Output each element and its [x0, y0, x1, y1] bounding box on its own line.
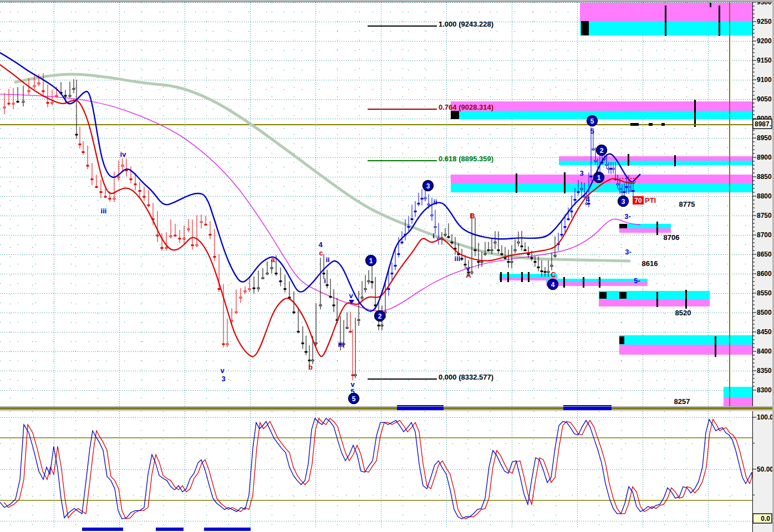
candle-body	[187, 229, 190, 230]
candle-body	[431, 215, 433, 216]
candle-body	[612, 168, 614, 170]
target-zone-band	[619, 345, 752, 355]
wave-label: i	[324, 277, 326, 285]
candle-body	[561, 234, 563, 236]
alert-dot-red	[625, 178, 626, 179]
candle-body	[3, 107, 6, 108]
chart-canvas[interactable]: 1.000 (9243.228)0.764 (9028.314)0.618 (8…	[0, 0, 774, 532]
candle-body	[531, 258, 533, 259]
candle-body	[605, 165, 608, 166]
alert-dot-green	[629, 181, 630, 182]
wave-label: 3	[221, 375, 225, 383]
zone-marker-square	[581, 21, 589, 35]
candle-body	[592, 149, 594, 150]
wave-label: A	[466, 271, 471, 279]
candle-body	[86, 165, 89, 166]
zone-time-tick	[694, 100, 696, 127]
wave-circle-number: 1	[369, 257, 373, 265]
axis-price-label: 8950	[757, 134, 772, 142]
alert-dot-green	[632, 181, 633, 182]
axis-price-label: 8450	[757, 328, 772, 336]
candle-body	[354, 375, 357, 376]
candle-body	[319, 305, 322, 306]
candle-body	[165, 247, 167, 248]
candle-body	[183, 238, 185, 239]
wave-label: 3	[579, 169, 583, 177]
candle-body	[293, 312, 295, 313]
candle-body	[444, 234, 446, 236]
candle-body	[73, 88, 75, 89]
wave-label: 3-	[625, 248, 632, 256]
candle-body	[544, 272, 546, 273]
axis-price-label: 8800	[757, 192, 772, 200]
wave-label: ii	[325, 255, 329, 264]
candle-body	[79, 144, 81, 145]
candle-body	[381, 325, 383, 326]
candle-body	[484, 254, 486, 255]
candle-body	[346, 328, 348, 329]
candle-body	[109, 198, 111, 200]
target-zone-band	[546, 279, 648, 282]
candle-body	[378, 325, 380, 326]
zone-time-tick	[564, 172, 566, 193]
candle-body	[308, 360, 310, 361]
candle-body	[617, 184, 619, 185]
candle-body	[275, 273, 277, 274]
osc-axis-label: 100.00	[757, 413, 774, 421]
axis-price-label: 8400	[757, 347, 772, 355]
candle-body	[388, 289, 390, 290]
candle-body	[130, 179, 132, 180]
candle-body	[371, 282, 373, 283]
candle-body	[417, 203, 420, 204]
alert-dot-red	[630, 178, 632, 179]
price-line-dash	[649, 123, 653, 126]
panel-splitter[interactable]	[0, 406, 774, 407]
wave-circle-number: 5	[352, 395, 356, 403]
target-zone-band	[451, 111, 752, 119]
fib-level-label: 1.000 (9243.228)	[439, 20, 493, 28]
wave-label: a	[271, 255, 275, 264]
candle-body	[213, 257, 216, 258]
candle-body	[174, 235, 176, 236]
candle-body	[491, 250, 493, 251]
candle-body	[323, 273, 325, 274]
zone-marker-square	[599, 292, 607, 299]
candle-body	[580, 188, 583, 190]
candle-body	[147, 204, 150, 206]
candle-body	[358, 320, 360, 321]
alert-dot-red	[633, 178, 634, 179]
wave-label: C	[551, 270, 556, 279]
target-zone-band	[599, 299, 710, 306]
candle-body	[17, 101, 19, 103]
target-zone-band	[451, 184, 752, 192]
zone-time-tick	[674, 155, 676, 166]
price-axis[interactable]: 9300925092009150910090509000895089008850…	[752, 0, 774, 532]
candle-body	[567, 219, 569, 220]
candle-body	[352, 375, 354, 376]
candle-body	[494, 242, 496, 243]
candle-body	[507, 262, 510, 263]
wave-label: b	[308, 363, 313, 371]
candle-body	[497, 250, 500, 251]
candle-body	[248, 289, 251, 290]
target-zone-band	[619, 228, 671, 233]
wave-label: iii	[101, 207, 107, 215]
price-line-dash	[630, 123, 639, 126]
zone-marker-square	[619, 336, 624, 344]
axis-price-label: 8850	[757, 173, 772, 181]
pti-value: 70	[634, 197, 642, 204]
wave-label: iv	[120, 150, 127, 158]
candle-body	[82, 152, 84, 153]
candle-body	[361, 297, 363, 298]
candle-body	[628, 187, 630, 188]
candle-body	[394, 265, 396, 267]
axis-price-label: 9200	[757, 37, 772, 45]
candle-body	[349, 331, 352, 332]
candle-body	[541, 270, 543, 272]
candle-body	[411, 219, 413, 220]
zone-time-tick	[656, 292, 658, 307]
zone-time-tick	[500, 272, 502, 282]
candle-body	[161, 247, 163, 248]
candle-body	[28, 91, 30, 92]
zone-time-tick	[599, 277, 600, 288]
